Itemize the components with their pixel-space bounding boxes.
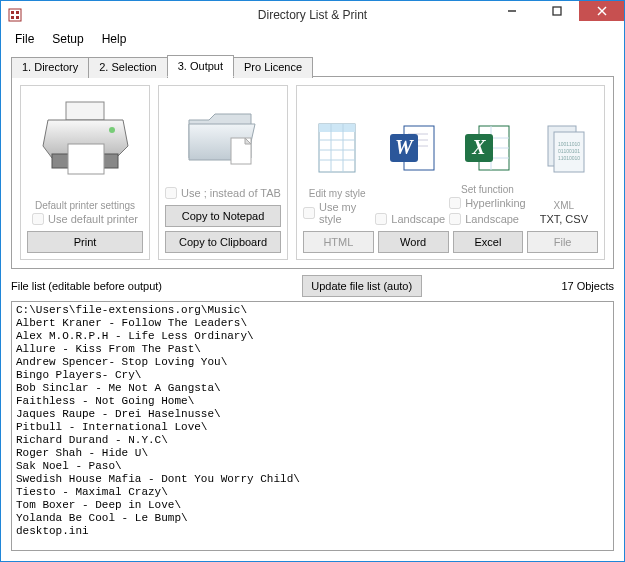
html-icon [308,114,368,184]
filelist-label: File list (editable before output) [11,280,162,292]
word-icon: W [383,114,443,184]
hyperlinking-checkbox[interactable]: Hyperlinking [449,197,526,209]
svg-text:11010010: 11010010 [558,155,580,161]
svg-rect-11 [68,144,104,174]
print-group: Default printer settings Use default pri… [20,85,150,260]
svg-text:X: X [471,136,486,158]
excel-button[interactable]: Excel [453,231,524,253]
content: 1. Directory 2. Selection 3. Output Pro … [1,49,624,561]
menubar: File Setup Help [1,29,624,49]
svg-rect-9 [66,102,104,120]
svg-text:10011010: 10011010 [558,141,580,147]
export-options-row: Edit my style Use my style Landscape [303,184,598,227]
word-col: Landscape [375,184,445,227]
svg-rect-3 [11,16,14,19]
minimize-button[interactable] [489,1,534,21]
menu-file[interactable]: File [7,30,42,48]
printer-icon [38,92,133,184]
svg-rect-0 [9,9,21,21]
excel-landscape-checkbox[interactable]: Landscape [449,213,526,225]
svg-rect-1 [11,11,14,14]
tabstrip: 1. Directory 2. Selection 3. Output Pro … [11,55,614,76]
svg-rect-2 [16,11,19,14]
output-panel: Default printer settings Use default pri… [11,76,614,269]
filelist-textarea[interactable]: C:\Users\file-extensions.org\Music\ Albe… [11,301,614,551]
object-count: 17 Objects [561,280,614,292]
edit-style-label: Edit my style [309,188,366,199]
update-filelist-button[interactable]: Update file list (auto) [302,275,422,297]
menu-help[interactable]: Help [94,30,135,48]
html-col: Edit my style Use my style [303,184,371,227]
close-button[interactable] [579,1,624,21]
tab-output[interactable]: 3. Output [167,55,234,77]
svg-rect-4 [16,16,19,19]
svg-text:01100101: 01100101 [558,148,580,154]
set-function-label: Set function [461,184,514,195]
app-icon [7,7,23,23]
export-buttons-row: HTML Word Excel File [303,231,598,253]
copy-clipboard-button[interactable]: Copy to Clipboard [165,231,281,253]
export-group: W X [296,85,605,260]
svg-text:W: W [395,136,414,158]
file-col: XML TXT, CSV [530,184,598,227]
tab-prolicence[interactable]: Pro Licence [233,57,313,78]
file-button[interactable]: File [527,231,598,253]
html-button[interactable]: HTML [303,231,374,253]
menu-setup[interactable]: Setup [44,30,91,48]
print-button[interactable]: Print [27,231,143,253]
titlebar: Directory List & Print [1,1,624,29]
tab-selection[interactable]: 2. Selection [88,57,167,78]
use-my-style-checkbox[interactable]: Use my style [303,201,371,225]
svg-point-12 [109,127,115,133]
word-landscape-checkbox[interactable]: Landscape [375,213,445,225]
copy-group: Use ; instead of TAB Copy to Notepad Cop… [158,85,288,260]
window-controls [489,1,624,29]
xml-label: XML [554,200,575,211]
maximize-button[interactable] [534,1,579,21]
copy-notepad-button[interactable]: Copy to Notepad [165,205,281,227]
file-icon: 10011010 01100101 11010010 [533,114,593,184]
app-window: Directory List & Print File Setup Help 1… [0,0,625,562]
default-printer-label: Default printer settings [35,200,135,211]
excel-col: Set function Hyperlinking Landscape [449,184,526,227]
tab-directory[interactable]: 1. Directory [11,57,89,78]
svg-rect-15 [319,124,355,132]
excel-icon: X [458,114,518,184]
use-semicolon-checkbox[interactable]: Use ; instead of TAB [165,187,281,199]
folder-icon [181,92,266,184]
use-default-printer-checkbox[interactable]: Use default printer [32,213,138,225]
word-button[interactable]: Word [378,231,449,253]
export-icons-row: W X [303,92,598,184]
svg-rect-6 [553,7,561,15]
txtcsv-label: TXT, CSV [540,213,588,225]
filelist-header: File list (editable before output) Updat… [11,275,614,297]
